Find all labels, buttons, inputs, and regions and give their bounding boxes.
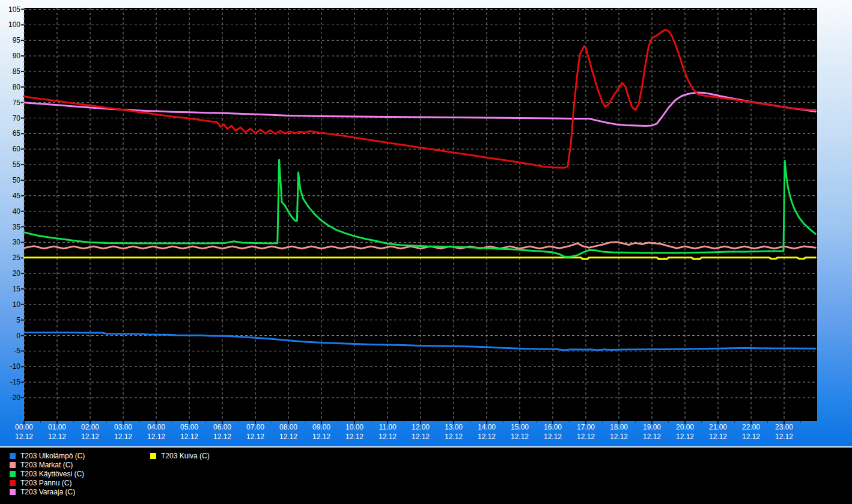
x-axis-label: 07.0012.12 bbox=[239, 422, 272, 442]
legend: T203 Ulkolämpö (C) T203 Markat (C) T203 … bbox=[0, 448, 852, 504]
x-axis-time-label: 13.00 bbox=[437, 422, 470, 432]
y-axis-label: 45 bbox=[0, 192, 20, 200]
trend-chart-screen: 1051009590858075706560555045403530252015… bbox=[0, 0, 852, 504]
x-axis-label: 04.0012.12 bbox=[139, 422, 173, 442]
legend-label-markat: T203 Markat (C) bbox=[20, 461, 73, 469]
x-axis-date-label: 12.12 bbox=[40, 432, 74, 442]
x-axis-label: 20.0012.12 bbox=[668, 422, 702, 442]
x-axis-label: 22.0012.12 bbox=[734, 422, 768, 442]
x-axis-date-label: 12.12 bbox=[7, 432, 41, 442]
x-axis-time-label: 15.00 bbox=[503, 422, 537, 432]
x-axis-label: 13.0012.12 bbox=[437, 422, 470, 442]
kayttovesi-swatch-icon bbox=[10, 471, 16, 477]
x-axis-time-label: 05.00 bbox=[172, 422, 206, 432]
x-axis-label: 18.0012.12 bbox=[602, 422, 636, 442]
x-axis-time-label: 02.00 bbox=[73, 422, 107, 432]
x-axis-label: 11.0012.12 bbox=[371, 422, 404, 442]
y-axis-label: -10 bbox=[0, 362, 20, 371]
x-axis-date-label: 12.12 bbox=[305, 432, 338, 442]
legend-label-kuiva: T203 Kuiva (C) bbox=[161, 452, 210, 460]
x-axis-label: 00.0012.12 bbox=[7, 422, 41, 442]
legend-label-kayttovesi: T203 Käyttövesi (C) bbox=[20, 470, 84, 478]
y-axis-label: 25 bbox=[0, 254, 20, 262]
kuiva-swatch-icon bbox=[150, 453, 156, 459]
y-axis-label: 85 bbox=[0, 67, 20, 76]
x-axis-date-label: 12.12 bbox=[734, 432, 768, 442]
x-axis-date-label: 12.12 bbox=[73, 432, 107, 442]
x-axis-date-label: 12.12 bbox=[536, 432, 570, 442]
x-axis-time-label: 10.00 bbox=[338, 422, 371, 432]
x-axis-time-label: 17.00 bbox=[569, 422, 603, 432]
y-axis-label: 10 bbox=[0, 300, 20, 309]
x-axis-label: 05.0012.12 bbox=[172, 422, 206, 442]
y-axis-label: 15 bbox=[0, 285, 20, 293]
x-axis-date-label: 12.12 bbox=[404, 432, 437, 442]
legend-item-ulkolampo[interactable]: T203 Ulkolämpö (C) bbox=[10, 451, 85, 460]
legend-item-pannu[interactable]: T203 Pannu (C) bbox=[10, 478, 85, 487]
y-axis-label: 30 bbox=[0, 238, 20, 246]
x-axis-label: 10.0012.12 bbox=[338, 422, 371, 442]
legend-column-2: T203 Kuiva (C) bbox=[150, 451, 210, 460]
x-axis-date-label: 12.12 bbox=[437, 432, 470, 442]
x-axis-date-label: 12.12 bbox=[338, 432, 371, 442]
x-axis-date-label: 12.12 bbox=[569, 432, 603, 442]
legend-item-kayttovesi[interactable]: T203 Käyttövesi (C) bbox=[10, 469, 85, 478]
x-axis-time-label: 21.00 bbox=[701, 422, 735, 432]
x-axis-date-label: 12.12 bbox=[172, 432, 206, 442]
pannu-swatch-icon bbox=[10, 480, 16, 486]
x-axis-date-label: 12.12 bbox=[635, 432, 669, 442]
legend-item-markat[interactable]: T203 Markat (C) bbox=[10, 460, 85, 469]
x-axis-date-label: 12.12 bbox=[371, 432, 404, 442]
ulkolampo-swatch-icon bbox=[10, 453, 16, 459]
y-axis-label: 0 bbox=[0, 332, 20, 340]
x-axis-date-label: 12.12 bbox=[767, 432, 801, 442]
x-axis-time-label: 18.00 bbox=[602, 422, 636, 432]
y-axis-label: -15 bbox=[0, 378, 20, 386]
x-axis-time-label: 03.00 bbox=[106, 422, 140, 432]
x-axis-label: 12.0012.12 bbox=[404, 422, 437, 442]
y-axis-label: 75 bbox=[0, 99, 20, 107]
x-axis-date-label: 12.12 bbox=[239, 432, 272, 442]
y-axis-label: 65 bbox=[0, 129, 20, 138]
legend-item-kuiva[interactable]: T203 Kuiva (C) bbox=[150, 451, 210, 460]
y-axis-label: 100 bbox=[0, 20, 20, 29]
trend-plot bbox=[0, 0, 852, 447]
legend-column-1: T203 Ulkolämpö (C) T203 Markat (C) T203 … bbox=[10, 451, 85, 496]
y-axis-label: 90 bbox=[0, 52, 20, 60]
y-axis-label: -5 bbox=[0, 347, 20, 355]
varaaja-swatch-icon bbox=[10, 489, 16, 495]
x-axis-time-label: 08.00 bbox=[272, 422, 305, 432]
y-axis-label: 105 bbox=[0, 5, 20, 14]
x-axis-label: 09.0012.12 bbox=[305, 422, 338, 442]
y-axis-label: 95 bbox=[0, 36, 20, 44]
x-axis-time-label: 09.00 bbox=[305, 422, 338, 432]
x-axis-date-label: 12.12 bbox=[503, 432, 537, 442]
x-axis-label: 02.0012.12 bbox=[73, 422, 107, 442]
x-axis-label: 06.0012.12 bbox=[205, 422, 239, 442]
x-axis-date-label: 12.12 bbox=[205, 432, 239, 442]
x-axis-date-label: 12.12 bbox=[106, 432, 140, 442]
x-axis-label: 19.0012.12 bbox=[635, 422, 669, 442]
y-axis-label: 40 bbox=[0, 207, 20, 216]
x-axis-label: 17.0012.12 bbox=[569, 422, 603, 442]
x-axis-time-label: 22.00 bbox=[734, 422, 768, 432]
x-axis-time-label: 20.00 bbox=[668, 422, 702, 432]
x-axis-time-label: 07.00 bbox=[239, 422, 272, 432]
x-axis-time-label: 04.00 bbox=[139, 422, 173, 432]
x-axis-date-label: 12.12 bbox=[602, 432, 636, 442]
x-axis-time-label: 23.00 bbox=[767, 422, 801, 432]
x-axis-time-label: 16.00 bbox=[536, 422, 570, 432]
x-axis-time-label: 11.00 bbox=[371, 422, 404, 432]
y-axis-label: 50 bbox=[0, 176, 20, 184]
x-axis-time-label: 14.00 bbox=[470, 422, 504, 432]
y-axis-label: -20 bbox=[0, 393, 20, 402]
x-axis-date-label: 12.12 bbox=[139, 432, 173, 442]
x-axis-time-label: 19.00 bbox=[635, 422, 669, 432]
legend-label-pannu: T203 Pannu (C) bbox=[20, 479, 72, 487]
x-axis-time-label: 12.00 bbox=[404, 422, 437, 432]
legend-label-varaaja: T203 Varaaja (C) bbox=[20, 488, 75, 496]
y-axis-label: 5 bbox=[0, 316, 20, 324]
x-axis-label: 14.0012.12 bbox=[470, 422, 504, 442]
legend-item-varaaja[interactable]: T203 Varaaja (C) bbox=[10, 487, 85, 496]
x-axis-time-label: 06.00 bbox=[205, 422, 239, 432]
